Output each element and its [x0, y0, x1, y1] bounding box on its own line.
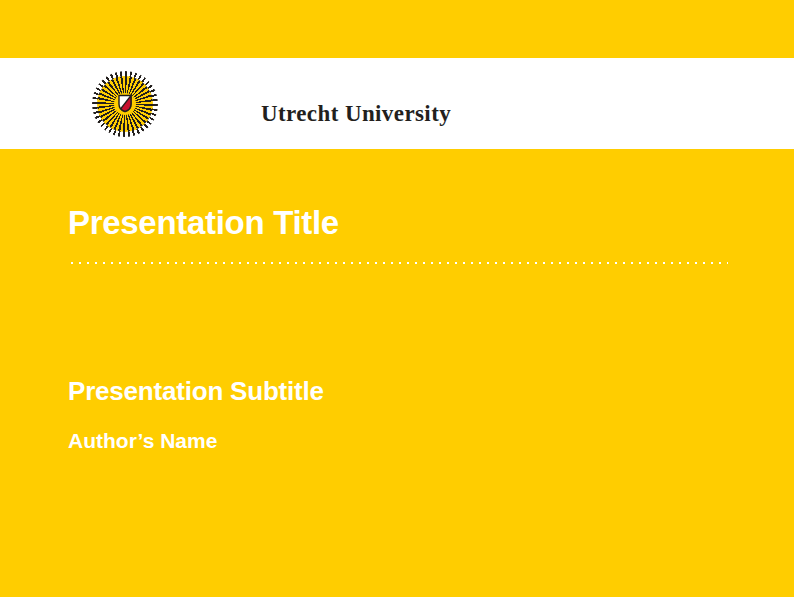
- title-slide: Utrecht University Presentation Title Pr…: [0, 0, 794, 597]
- presentation-subtitle: Presentation Subtitle: [68, 377, 324, 406]
- presentation-title: Presentation Title: [68, 205, 339, 241]
- dotted-divider: [68, 261, 728, 265]
- logo-band: Utrecht University: [0, 58, 794, 149]
- utrecht-university-logo: Utrecht University: [92, 71, 158, 137]
- uu-shield-icon: [118, 94, 132, 113]
- logo-wordmark: Utrecht University: [261, 102, 451, 125]
- author-name: Author’s Name: [68, 429, 217, 452]
